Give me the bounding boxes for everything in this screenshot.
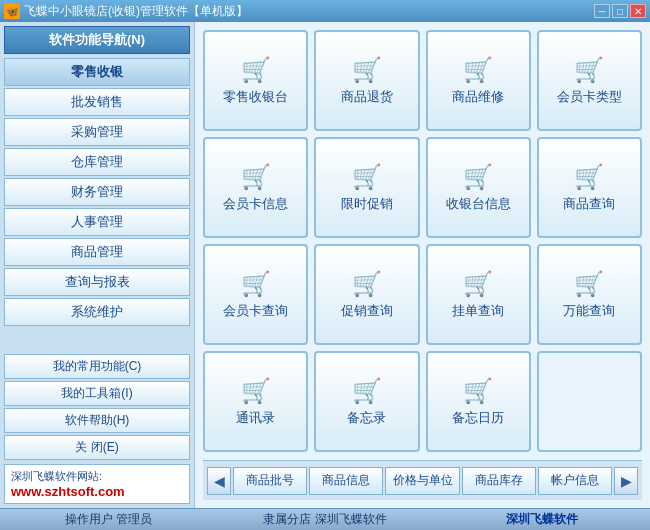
- tab-prev-button[interactable]: ◀: [207, 467, 231, 495]
- sidebar: 软件功能导航(N) 零售收银 批发销售 采购管理 仓库管理 财务管理 人事管理 …: [0, 22, 195, 508]
- grid-btn-cashier-info[interactable]: 🛒 收银台信息: [426, 137, 531, 238]
- window-title: 飞蝶中小眼镜店(收银)管理软件【单机版】: [24, 3, 248, 20]
- title-bar: 🦋 飞蝶中小眼镜店(收银)管理软件【单机版】 ─ □ ✕: [0, 0, 650, 22]
- grid-label-11: 万能查询: [563, 302, 615, 320]
- minimize-button[interactable]: ─: [594, 4, 610, 18]
- sidebar-spacer: [4, 328, 190, 348]
- cart-icon-4: 🛒: [241, 163, 271, 191]
- website-label: 深圳飞蝶软件网站:: [11, 469, 183, 484]
- cart-icon-1: 🛒: [352, 56, 382, 84]
- function-grid: 🛒 零售收银台 🛒 商品退货 🛒 商品维修 🛒 会员卡类型 🛒 会员卡信息: [203, 30, 642, 452]
- grid-label-2: 商品维修: [452, 88, 504, 106]
- close-button-sidebar[interactable]: 关 闭(E): [4, 435, 190, 460]
- help-button[interactable]: 软件帮助(H): [4, 408, 190, 433]
- tab-price-unit[interactable]: 价格与单位: [385, 467, 459, 495]
- sidebar-item-reports[interactable]: 查询与报表: [4, 268, 190, 296]
- maximize-button[interactable]: □: [612, 4, 628, 18]
- cart-icon-2: 🛒: [463, 56, 493, 84]
- cart-icon-11: 🛒: [574, 270, 604, 298]
- grid-btn-memo-calendar[interactable]: 🛒 备忘日历: [426, 351, 531, 452]
- sidebar-item-system[interactable]: 系统维护: [4, 298, 190, 326]
- grid-label-6: 收银台信息: [446, 195, 511, 213]
- grid-btn-memo[interactable]: 🛒 备忘录: [314, 351, 419, 452]
- grid-btn-repair[interactable]: 🛒 商品维修: [426, 30, 531, 131]
- grid-btn-product-query[interactable]: 🛒 商品查询: [537, 137, 642, 238]
- grid-label-0: 零售收银台: [223, 88, 288, 106]
- main-container: 软件功能导航(N) 零售收银 批发销售 采购管理 仓库管理 财务管理 人事管理 …: [0, 22, 650, 508]
- grid-label-3: 会员卡类型: [557, 88, 622, 106]
- sidebar-item-hr[interactable]: 人事管理: [4, 208, 190, 236]
- status-company: 深圳飞蝶软件: [441, 511, 642, 528]
- cart-icon-3: 🛒: [574, 56, 604, 84]
- status-bar: 操作用户 管理员 隶属分店 深圳飞蝶软件 深圳飞蝶软件: [0, 508, 650, 530]
- grid-label-9: 促销查询: [341, 302, 393, 320]
- grid-label-10: 挂单查询: [452, 302, 504, 320]
- sidebar-item-wholesale[interactable]: 批发销售: [4, 88, 190, 116]
- website-url[interactable]: www.szhtsoft.com: [11, 484, 183, 499]
- close-button[interactable]: ✕: [630, 4, 646, 18]
- sidebar-item-finance[interactable]: 财务管理: [4, 178, 190, 206]
- grid-btn-promo-query[interactable]: 🛒 促销查询: [314, 244, 419, 345]
- grid-btn-universal-query[interactable]: 🛒 万能查询: [537, 244, 642, 345]
- grid-label-13: 备忘录: [347, 409, 386, 427]
- grid-label-14: 备忘日历: [452, 409, 504, 427]
- grid-btn-return[interactable]: 🛒 商品退货: [314, 30, 419, 131]
- tab-product-batch[interactable]: 商品批号: [233, 467, 307, 495]
- status-operator: 操作用户 管理员: [8, 511, 209, 528]
- content-area: 🛒 零售收银台 🛒 商品退货 🛒 商品维修 🛒 会员卡类型 🛒 会员卡信息: [195, 22, 650, 508]
- sidebar-item-retail[interactable]: 零售收银: [4, 58, 190, 86]
- grid-btn-member-query[interactable]: 🛒 会员卡查询: [203, 244, 308, 345]
- cart-icon-6: 🛒: [463, 163, 493, 191]
- sidebar-item-purchase[interactable]: 采购管理: [4, 118, 190, 146]
- grid-label-8: 会员卡查询: [223, 302, 288, 320]
- cart-icon-12: 🛒: [241, 377, 271, 405]
- grid-label-4: 会员卡信息: [223, 195, 288, 213]
- cart-icon-7: 🛒: [574, 163, 604, 191]
- sidebar-title: 软件功能导航(N): [4, 26, 190, 54]
- cart-icon-9: 🛒: [352, 270, 382, 298]
- grid-label-5: 限时促销: [341, 195, 393, 213]
- cart-icon-13: 🛒: [352, 377, 382, 405]
- website-info: 深圳飞蝶软件网站: www.szhtsoft.com: [4, 464, 190, 504]
- grid-label-7: 商品查询: [563, 195, 615, 213]
- cart-icon-8: 🛒: [241, 270, 271, 298]
- grid-btn-promo[interactable]: 🛒 限时促销: [314, 137, 419, 238]
- tab-bar: ◀ 商品批号 商品信息 价格与单位 商品库存 帐户信息 ▶: [203, 460, 642, 500]
- grid-btn-retail-cashier[interactable]: 🛒 零售收银台: [203, 30, 308, 131]
- cart-icon-10: 🛒: [463, 270, 493, 298]
- my-functions-button[interactable]: 我的常用功能(C): [4, 354, 190, 379]
- sidebar-bottom: 我的常用功能(C) 我的工具箱(I) 软件帮助(H) 关 闭(E): [4, 354, 190, 460]
- app-icon: 🦋: [4, 3, 20, 19]
- grid-btn-contacts[interactable]: 🛒 通讯录: [203, 351, 308, 452]
- tab-product-stock[interactable]: 商品库存: [462, 467, 536, 495]
- cart-icon-0: 🛒: [241, 56, 271, 84]
- status-branch: 隶属分店 深圳飞蝶软件: [225, 511, 426, 528]
- grid-btn-pending-query[interactable]: 🛒 挂单查询: [426, 244, 531, 345]
- tab-product-info[interactable]: 商品信息: [309, 467, 383, 495]
- tab-account-info[interactable]: 帐户信息: [538, 467, 612, 495]
- sidebar-item-warehouse[interactable]: 仓库管理: [4, 148, 190, 176]
- grid-btn-member-info[interactable]: 🛒 会员卡信息: [203, 137, 308, 238]
- grid-btn-empty: [537, 351, 642, 452]
- grid-btn-member-type[interactable]: 🛒 会员卡类型: [537, 30, 642, 131]
- grid-label-12: 通讯录: [236, 409, 275, 427]
- cart-icon-14: 🛒: [463, 377, 493, 405]
- grid-label-1: 商品退货: [341, 88, 393, 106]
- sidebar-item-products[interactable]: 商品管理: [4, 238, 190, 266]
- my-tools-button[interactable]: 我的工具箱(I): [4, 381, 190, 406]
- tab-next-button[interactable]: ▶: [614, 467, 638, 495]
- cart-icon-5: 🛒: [352, 163, 382, 191]
- title-bar-left: 🦋 飞蝶中小眼镜店(收银)管理软件【单机版】: [4, 3, 248, 20]
- title-controls[interactable]: ─ □ ✕: [594, 4, 646, 18]
